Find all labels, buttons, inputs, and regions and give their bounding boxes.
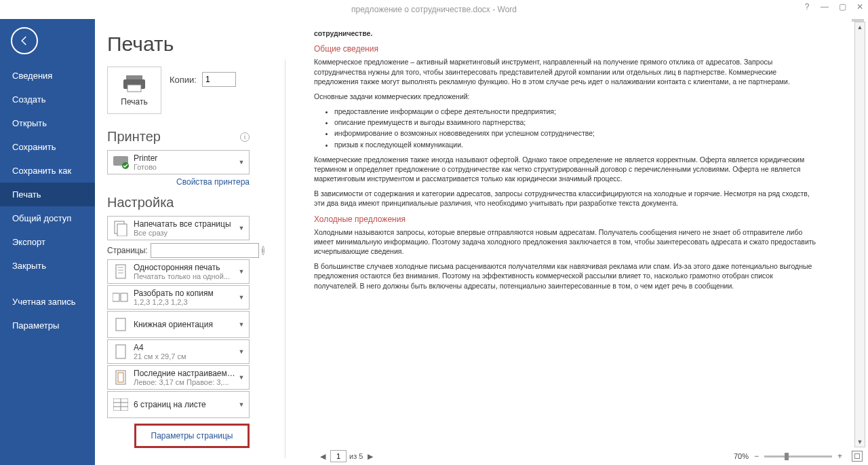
preview-bottom-bar: ◀ из 5 ▶ 70% − + (292, 447, 868, 465)
scroll-up-icon[interactable]: ▲ (855, 22, 865, 32)
copies-label: Копии: (170, 75, 197, 85)
sidebar-item-export[interactable]: Экспорт (0, 230, 95, 254)
sidebar-item-open[interactable]: Открыть (0, 111, 95, 135)
chevron-down-icon: ▼ (238, 294, 245, 301)
svg-rect-13 (116, 318, 125, 331)
page-navigator: ◀ из 5 ▶ (318, 450, 375, 462)
zoom-percent[interactable]: 70% (734, 452, 749, 460)
info-icon[interactable]: i (262, 246, 264, 255)
document-preview: сотрудничестве. Общие сведения Коммерчес… (302, 22, 854, 451)
collate-icon (112, 289, 130, 306)
print-button[interactable]: Печать (107, 67, 161, 114)
zoom-controls: 70% − + (734, 451, 863, 462)
document-title: предложение о сотрудничестве.docx - Word (351, 5, 517, 14)
chevron-down-icon: ▼ (238, 401, 245, 408)
current-page-input[interactable] (330, 450, 347, 462)
pages-label: Страницы: (107, 246, 148, 255)
svg-rect-11 (113, 293, 119, 301)
svg-rect-14 (116, 345, 125, 358)
svg-rect-7 (116, 265, 125, 278)
prev-page-button[interactable]: ◀ (318, 450, 328, 462)
sidebar-item-new[interactable]: Создать (0, 88, 95, 111)
printer-section-heading: Принтер i (107, 129, 250, 145)
svg-rect-12 (121, 293, 127, 301)
scroll-down-icon[interactable]: ▼ (855, 437, 865, 447)
svg-rect-2 (127, 85, 141, 92)
page-setup-link[interactable]: Параметры страницы (134, 424, 250, 448)
printer-dropdown[interactable]: Printer Готово ▼ (107, 150, 250, 174)
page-count-label: из 5 (349, 452, 363, 460)
sidebar-item-print[interactable]: Печать (0, 183, 95, 206)
title-bar: предложение о сотрудничестве.docx - Word… (0, 0, 868, 19)
sidebar-item-save[interactable]: Сохранить (0, 135, 95, 159)
close-icon[interactable]: ✕ (856, 3, 864, 11)
chevron-down-icon: ▼ (238, 159, 245, 166)
backstage-sidebar: Сведения Создать Открыть Сохранить Сохра… (0, 19, 95, 465)
page-icon (112, 343, 130, 360)
sidebar-item-saveas[interactable]: Сохранить как (0, 159, 95, 183)
vertical-divider (285, 60, 285, 458)
paper-size-dropdown[interactable]: A4 21 см x 29,7 см ▼ (107, 339, 250, 364)
next-page-button[interactable]: ▶ (366, 450, 375, 462)
svg-rect-6 (117, 224, 127, 236)
sidebar-item-info[interactable]: Сведения (0, 64, 95, 88)
copies-input[interactable] (202, 72, 236, 87)
sides-dropdown[interactable]: Односторонняя печать Печатать только на … (107, 259, 250, 284)
info-icon[interactable]: i (240, 132, 250, 142)
sidebar-item-share[interactable]: Общий доступ (0, 206, 95, 230)
collate-dropdown[interactable]: Разобрать по копиям 1,2,3 1,2,3 1,2,3 ▼ (107, 285, 250, 310)
settings-section-heading: Настройка (107, 195, 250, 210)
print-preview-area: сотрудничестве. Общие сведения Коммерчес… (292, 19, 868, 465)
minimize-icon[interactable]: — (821, 3, 829, 11)
page-title: Печать (107, 33, 264, 56)
pages-input[interactable] (151, 243, 259, 258)
margins-icon (112, 369, 130, 386)
sidebar-item-account[interactable]: Учетная запись (0, 290, 95, 314)
one-sided-icon (112, 263, 130, 280)
grid-icon (112, 396, 130, 413)
orientation-dropdown[interactable]: Книжная ориентация ▼ (107, 311, 250, 338)
sidebar-item-close[interactable]: Закрыть (0, 254, 95, 278)
back-button[interactable] (11, 27, 38, 54)
restore-icon[interactable]: ▢ (838, 3, 846, 11)
pages-icon (112, 219, 130, 237)
printer-properties-link[interactable]: Свойства принтера (107, 177, 250, 187)
window-controls: ? — ▢ ✕ (803, 3, 864, 11)
zoom-fit-button[interactable] (852, 451, 863, 462)
preview-scrollbar[interactable]: ▲ ▼ (854, 22, 865, 447)
print-button-label: Печать (121, 97, 147, 107)
chevron-down-icon: ▼ (238, 321, 245, 328)
help-icon[interactable]: ? (803, 3, 811, 11)
print-settings-panel: Печать Печать Копии: Принтер i (95, 19, 264, 465)
sidebar-item-options[interactable]: Параметры (0, 314, 95, 337)
zoom-slider[interactable] (764, 455, 832, 458)
pages-per-sheet-dropdown[interactable]: 6 страниц на листе ▼ (107, 391, 250, 418)
portrait-icon (112, 316, 130, 333)
printer-icon (123, 74, 145, 93)
margins-dropdown[interactable]: Последние настраиваемые... Левое: 3,17 с… (107, 365, 250, 390)
svg-rect-0 (126, 75, 142, 79)
chevron-down-icon: ▼ (238, 268, 245, 275)
zoom-out-button[interactable]: − (753, 451, 760, 461)
chevron-down-icon: ▼ (238, 374, 245, 381)
zoom-in-button[interactable]: + (836, 451, 844, 461)
printer-status-icon (112, 153, 130, 171)
chevron-down-icon: ▼ (238, 225, 245, 231)
print-range-dropdown[interactable]: Напечатать все страницы Все сразу ▼ (107, 216, 250, 240)
chevron-down-icon: ▼ (238, 348, 245, 355)
